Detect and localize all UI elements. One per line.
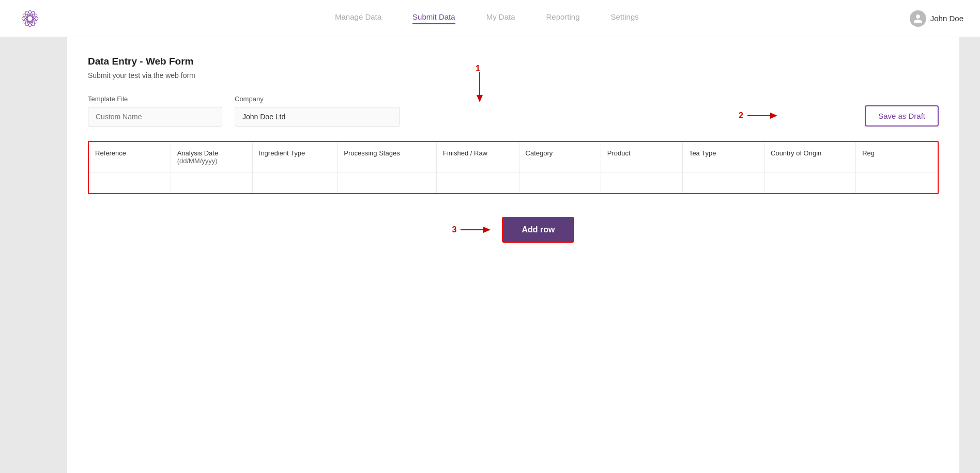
navbar: Manage Data Submit Data My Data Reportin… <box>0 0 980 37</box>
cell-analysis-date[interactable] <box>171 172 252 193</box>
app-logo[interactable] <box>17 5 43 32</box>
company-label: Company <box>235 95 400 103</box>
annotation-number-2: 2 <box>739 111 743 120</box>
annotation-3-area: 3 <box>452 224 492 236</box>
content-area: Data Entry - Web Form Submit your test v… <box>67 37 959 473</box>
col-reg: Reg <box>856 142 938 172</box>
nav-reporting[interactable]: Reporting <box>546 12 580 24</box>
data-table: Reference Analysis Date(dd/MM/yyyy) Ingr… <box>89 142 938 193</box>
right-sidebar <box>959 37 980 473</box>
add-row-button[interactable]: Add row <box>502 217 574 243</box>
company-input[interactable] <box>235 107 400 127</box>
user-avatar-icon <box>910 10 926 27</box>
cell-reg[interactable] <box>856 172 938 193</box>
col-finished-raw: Finished / Raw <box>437 142 519 172</box>
table-header-row: Reference Analysis Date(dd/MM/yyyy) Ingr… <box>89 142 938 172</box>
nav-my-data[interactable]: My Data <box>486 12 515 24</box>
annotation-2-area: 2 <box>739 109 778 122</box>
user-name-label: John Doe <box>930 14 963 23</box>
table-row <box>89 172 938 193</box>
page-subtitle: Submit your test via the web form <box>88 71 939 80</box>
form-row: Template File Company 1 2 <box>88 95 939 127</box>
col-product: Product <box>601 142 682 172</box>
svg-marker-9 <box>770 113 777 119</box>
col-processing-stages: Processing Stages <box>338 142 437 172</box>
col-ingredient-type: Ingredient Type <box>252 142 337 172</box>
cell-category[interactable] <box>519 172 601 193</box>
main-wrapper: Data Entry - Web Form Submit your test v… <box>0 37 980 473</box>
cell-processing-stages[interactable] <box>338 172 437 193</box>
col-analysis-date: Analysis Date(dd/MM/yyyy) <box>171 142 252 172</box>
nav-manage-data[interactable]: Manage Data <box>335 12 381 24</box>
col-reference: Reference <box>89 142 171 172</box>
svg-point-0 <box>27 10 33 26</box>
nav-settings[interactable]: Settings <box>611 12 639 24</box>
col-category: Category <box>519 142 601 172</box>
cell-country-of-origin[interactable] <box>764 172 856 193</box>
svg-marker-11 <box>483 227 491 233</box>
nav-links: Manage Data Submit Data My Data Reportin… <box>64 12 910 24</box>
user-menu[interactable]: John Doe <box>910 10 963 27</box>
col-country-of-origin: Country of Origin <box>764 142 856 172</box>
svg-marker-7 <box>477 95 483 102</box>
left-sidebar <box>0 37 67 473</box>
annotation-number-3: 3 <box>452 225 457 234</box>
template-file-group: Template File <box>88 95 222 127</box>
cell-product[interactable] <box>601 172 682 193</box>
data-table-container: Reference Analysis Date(dd/MM/yyyy) Ingr… <box>88 141 939 194</box>
cell-ingredient-type[interactable] <box>252 172 337 193</box>
cell-finished-raw[interactable] <box>437 172 519 193</box>
svg-point-3 <box>22 15 38 21</box>
col-tea-type: Tea Type <box>682 142 764 172</box>
bottom-area: 3 Add row <box>88 204 939 255</box>
nav-submit-data[interactable]: Submit Data <box>412 12 455 24</box>
company-group: Company <box>235 95 400 127</box>
template-file-input[interactable] <box>88 107 222 127</box>
save-draft-button[interactable]: Save as Draft <box>865 105 939 127</box>
template-file-label: Template File <box>88 95 222 103</box>
cell-tea-type[interactable] <box>682 172 764 193</box>
cell-reference[interactable] <box>89 172 171 193</box>
page-title: Data Entry - Web Form <box>88 56 939 67</box>
